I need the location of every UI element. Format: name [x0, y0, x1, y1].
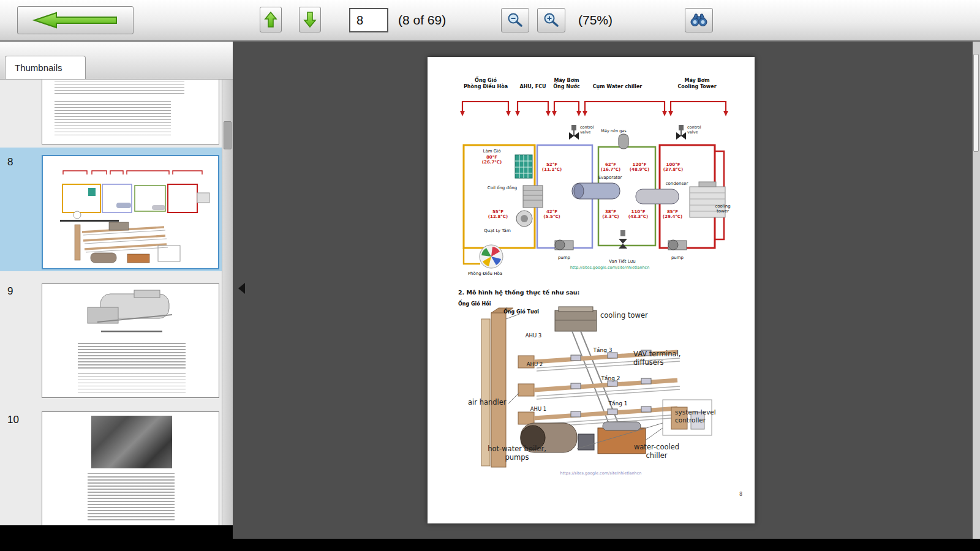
air-handler-label: air handler — [468, 399, 512, 407]
ahu1-label: AHU 1 — [526, 406, 551, 412]
thumbnail-row-9: 9 — [0, 282, 222, 404]
zoom-out-button[interactable] — [501, 8, 529, 32]
compressor-label: Máy nén gas — [599, 129, 628, 134]
ref-high-temp: 110°F (43.3°C) — [625, 209, 652, 220]
next-page-button[interactable] — [299, 7, 321, 32]
floor3-label: Tầng 3 — [589, 347, 616, 354]
room-label: Phòng Điều Hòa — [461, 271, 510, 276]
expansion-valve-label: Van Tiết Lưu — [604, 259, 641, 264]
thumbnail-page-9[interactable] — [42, 283, 219, 398]
up-arrow-icon — [264, 11, 277, 28]
model-cooling-tower — [555, 307, 597, 331]
evaporator-label: Evaporator — [594, 175, 626, 180]
page-count-label: (8 of 69) — [398, 13, 446, 28]
air-out-temp: 55°F (12.8°C) — [484, 209, 511, 220]
ref-evap-temp: 62°F (16.7°C) — [600, 162, 622, 173]
down-arrow-icon — [303, 11, 317, 28]
duct-tower — [481, 308, 513, 467]
floor2-label: Tầng 2 — [597, 375, 624, 382]
bracket-arrowheads — [460, 111, 728, 116]
cooling-coil-icon — [515, 155, 532, 178]
coil-heat-exchanger-icon — [523, 186, 543, 208]
back-button[interactable] — [17, 6, 134, 34]
schematic-header: AHU, FCU — [513, 84, 552, 90]
zoom-level-label: (75%) — [578, 13, 612, 28]
thumbnail-row-8: 8 — [0, 148, 222, 271]
schematic-header: Ống Gió Phòng Điều Hòa — [452, 78, 519, 89]
fresh-duct-label: Ống Gió Tươi — [503, 309, 549, 315]
schematic-source-link[interactable]: http://sites.google.com/site/nhietlanhcn — [553, 266, 666, 271]
binoculars-search-icon — [690, 13, 708, 28]
pdf-viewer-window: (8 of 69) (75%) — [0, 0, 980, 551]
thumbnail-text-lines — [55, 80, 184, 96]
control-valve-label: control valve — [687, 126, 710, 135]
pump-icon — [555, 240, 573, 250]
thumbnail-text-lines — [78, 343, 186, 370]
model-cooling-tower-label: cooling tower — [600, 312, 662, 320]
controller-label: system-level controller — [675, 408, 728, 424]
sidebar-splitter[interactable] — [233, 42, 252, 539]
main-scrollbar[interactable] — [973, 42, 980, 539]
sidebar: Thumbnails 8 — [0, 42, 233, 525]
schematic-header: Máy Bơm Ống Nước — [548, 78, 586, 89]
thumbnail-text-lines — [78, 373, 186, 393]
chw-return-temp: 52°F (11.1°C) — [539, 162, 565, 173]
sidebar-scrollbar-thumb[interactable] — [224, 121, 232, 149]
collapse-sidebar-icon[interactable] — [238, 283, 245, 294]
page-number-input[interactable] — [349, 8, 388, 32]
room-image — [480, 245, 503, 268]
schematic-header: Cụm Water chiller — [586, 84, 649, 90]
thumbnail-figure-preview — [42, 284, 217, 339]
zoom-in-button[interactable] — [537, 8, 565, 32]
pump-icon — [668, 240, 687, 250]
pdf-page: Ống Gió Phòng Điều Hòa AHU, FCU Máy Bơm … — [428, 57, 755, 523]
thumbnail-page-7[interactable] — [42, 80, 219, 144]
thumbnail-panel[interactable]: 8 — [0, 80, 222, 525]
bottom-strip — [0, 539, 980, 551]
control-valve-icon — [676, 125, 686, 140]
room-air-pipe — [464, 248, 480, 264]
schematic-header: Máy Bơm Cooling Tower — [664, 78, 730, 89]
coil-label: Coil ống đồng — [484, 186, 521, 190]
thumbnail-page-10[interactable] — [42, 411, 219, 525]
zoom-out-icon — [507, 12, 524, 28]
zoom-in-icon — [543, 12, 560, 28]
search-button[interactable] — [685, 8, 713, 32]
fan-label: Quạt Ly Tâm — [478, 228, 516, 233]
tab-thumbnails[interactable]: Thumbnails — [5, 56, 86, 79]
thumbnail-row-7 — [0, 80, 222, 146]
condenser-icon — [636, 189, 679, 204]
document-view[interactable]: Ống Gió Phòng Điều Hòa AHU, FCU Máy Bơm … — [252, 42, 973, 539]
condenser-label: condenser — [662, 181, 692, 186]
floor1-label: Tầng 1 — [605, 400, 631, 407]
thumbnail-number: 10 — [7, 414, 19, 426]
evaporator-icon — [572, 183, 620, 199]
control-valve-icon — [569, 125, 579, 140]
compressor-icon — [619, 134, 628, 149]
back-icon — [29, 10, 121, 31]
thumbnail-number: 8 — [7, 156, 13, 168]
cooling-tower-label: cooling tower — [709, 204, 736, 214]
model-heading: 2. Mô hình hệ thống thực tế như sau: — [458, 289, 611, 296]
sidebar-scrollbar[interactable] — [222, 80, 233, 525]
model-source-link[interactable]: https://sites.google.com/site/nhietlanhc… — [549, 471, 653, 476]
previous-page-button[interactable] — [260, 7, 282, 32]
thumbnail-number: 9 — [7, 285, 13, 298]
ref-low-temp: 38°F (3.3°C) — [600, 209, 622, 220]
fan-icon — [516, 211, 532, 227]
thumbnail-page-8[interactable] — [42, 155, 219, 269]
ref-cond-temp: 120°F (48.9°C) — [626, 162, 653, 173]
pump-label: pump — [552, 255, 576, 260]
thumbnail-text-lines — [55, 101, 171, 137]
chiller-label: water-cooled chiller — [628, 443, 685, 460]
return-duct-label: Ống Gió Hồi — [458, 301, 501, 307]
header-brackets — [462, 102, 726, 111]
main-scrollbar-thumb[interactable] — [973, 54, 979, 152]
thumbnail-photo — [91, 416, 172, 468]
toolbar: (8 of 69) (75%) — [0, 0, 980, 42]
thumbnail-text-lines — [88, 473, 175, 521]
thumbnail-diagram-preview — [43, 156, 218, 268]
sidebar-header: Thumbnails — [0, 42, 233, 80]
air-in-temp: 80°F (26.7°C) — [478, 155, 505, 165]
thumbnail-row-10: 10 — [0, 408, 222, 525]
